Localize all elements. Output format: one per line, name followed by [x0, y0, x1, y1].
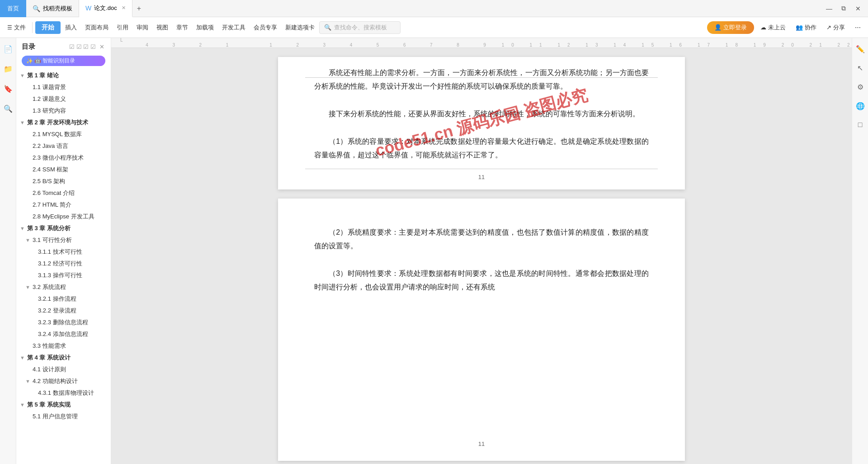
toc-item-28[interactable]: ▼第 5 章 系统实现 [16, 399, 111, 411]
nav-folder-btn[interactable]: 📁 [2, 62, 14, 75]
register-btn[interactable]: 👤 立即登录 [707, 21, 754, 34]
more-btn[interactable]: ⋯ [851, 22, 864, 33]
cloud-btn[interactable]: ☁ 未上云 [757, 22, 789, 33]
search-icon: 🔍 [324, 24, 331, 31]
toc-item-25[interactable]: 4.1 设计原则 [16, 364, 111, 375]
win-close-btn[interactable]: ✕ [852, 2, 864, 15]
start-menu-btn[interactable]: 开始 [35, 21, 61, 34]
start-btn-label: 开始 [42, 24, 54, 32]
right-cursor-btn[interactable]: ↖ [854, 62, 867, 74]
toc-item-23[interactable]: 3.3 性能需求 [16, 340, 111, 352]
tab-doc[interactable]: W 论文.doc ✕ [79, 0, 132, 17]
toc-toggle-19 [31, 296, 36, 302]
para-3: （1）系统的容量要求：对本系统完成数据处理的容量最大化进行确定。也就是确定系统处… [314, 135, 649, 162]
search-bar[interactable]: 🔍 查找命令、搜索模板 [319, 21, 401, 34]
toc-item-5[interactable]: 2.1 MYSQL 数据库 [16, 128, 111, 140]
toc-toggle-22 [31, 331, 36, 337]
para-1: 系统还有性能上的需求分析。一方面，一方面来分析系统性，一方面又分析系统功能；另一… [314, 66, 649, 94]
toc-item-1[interactable]: 1.1 课题背景 [16, 81, 111, 93]
win-restore-btn[interactable]: ⧉ [837, 2, 850, 15]
toc-toggle-15 [31, 249, 36, 255]
para-2: 接下来分析系统的性能，还要从界面友好性，系统的时间特性，系统的可靠性等方面来分析… [314, 107, 649, 121]
developer-btn-label: 开发工具 [222, 24, 245, 32]
reference-menu-btn[interactable]: 引用 [113, 22, 132, 33]
toc-toggle-18[interactable]: ▼ [25, 284, 31, 290]
toc-item-11[interactable]: 2.7 HTML 简介 [16, 199, 111, 211]
toc-item-9[interactable]: 2.5 B/S 架构 [16, 175, 111, 187]
win-min-btn[interactable]: — [823, 2, 835, 15]
toc-item-13[interactable]: ▼第 3 章 系统分析 [16, 223, 111, 234]
sidebar-close-btn[interactable]: ✕ [99, 43, 105, 51]
chapter-menu-btn[interactable]: 章节 [173, 22, 192, 33]
toc-item-22[interactable]: 3.2.4 添加信息流程 [16, 328, 111, 340]
toc-item-17[interactable]: 3.1.3 操作可行性 [16, 270, 111, 281]
nav-search-btn[interactable]: 🔍 [2, 102, 14, 115]
toc-toggle-0[interactable]: ▼ [20, 73, 25, 78]
right-edit-btn[interactable]: ✏️ [854, 43, 867, 55]
right-box-btn[interactable]: □ [854, 118, 867, 131]
right-globe-btn[interactable]: 🌐 [854, 99, 867, 112]
nav-doc-btn[interactable]: 📄 [2, 43, 14, 55]
toc-item-8[interactable]: 2.4 SSM 框架 [16, 164, 111, 175]
toc-item-26[interactable]: ▼4.2 功能结构设计 [16, 375, 111, 387]
toc-item-16[interactable]: 3.1.2 经济可行性 [16, 258, 111, 270]
toc-item-10[interactable]: 2.6 Tomcat 介绍 [16, 187, 111, 199]
ruler-numbers: L 4 3 2 1 1 2 3 4 5 6 7 8 9 10 11 12 13 … [120, 38, 852, 47]
toc-item-24[interactable]: ▼第 4 章 系统设计 [16, 352, 111, 364]
add-module-menu-btn[interactable]: 加载项 [193, 22, 217, 33]
sidebar-toc-panel[interactable]: ▼第 1 章 绪论1.1 课题背景1.2 课题意义1.3 研究内容▼第 2 章 … [16, 70, 111, 464]
toolbar-right: 👤 立即登录 ☁ 未上云 👥 协作 ↗ 分享 ⋯ [707, 21, 864, 34]
toc-item-18[interactable]: ▼3.2 系统流程 [16, 281, 111, 293]
add-tab-btn[interactable]: + [132, 0, 146, 17]
share-btn[interactable]: ↗ 分享 [823, 22, 849, 33]
toc-item-6[interactable]: 2.2 Java 语言 [16, 140, 111, 152]
nav-bookmark-btn[interactable]: 🔖 [2, 82, 14, 95]
page-layout-menu-btn[interactable]: 页面布局 [81, 22, 112, 33]
member-special-menu-btn[interactable]: 会员专享 [250, 22, 281, 33]
toc-item-20[interactable]: 3.2.2 登录流程 [16, 305, 111, 317]
ai-btn-container: ✨ 🤖 智能识别目录 [16, 54, 111, 70]
tab-close-btn[interactable]: ✕ [122, 5, 126, 11]
insert-menu-btn[interactable]: 插入 [61, 22, 80, 33]
toc-item-2[interactable]: 1.2 课题意义 [16, 93, 111, 105]
view-menu-btn[interactable]: 视图 [153, 22, 172, 33]
toc-item-3[interactable]: 1.3 研究内容 [16, 105, 111, 117]
new-tab-menu-btn[interactable]: 新建选项卡 [282, 22, 318, 33]
toc-toggle-16 [31, 261, 36, 266]
toc-item-0[interactable]: ▼第 1 章 绪论 [16, 70, 111, 81]
toc-item-12[interactable]: 2.8 MyEclipse 开发工具 [16, 211, 111, 223]
toc-item-21[interactable]: 3.2.3 删除信息流程 [16, 317, 111, 328]
toc-item-29[interactable]: 5.1 用户信息管理 [16, 411, 111, 422]
toc-toggle-24[interactable]: ▼ [20, 355, 25, 360]
add-tab-icon: + [137, 5, 141, 13]
view-btn-label: 视图 [156, 24, 168, 32]
tab-home[interactable]: 首页 [0, 0, 26, 17]
toc-item-4[interactable]: ▼第 2 章 开发环境与技术 [16, 117, 111, 128]
toc-item-27[interactable]: 4.3.1 数据库物理设计 [16, 387, 111, 399]
toc-item-7[interactable]: 2.3 微信小程序技术 [16, 152, 111, 164]
toc-toggle-28[interactable]: ▼ [20, 402, 25, 407]
page-border-top [305, 77, 658, 78]
file-menu-btn[interactable]: ☰ 文件 [4, 22, 29, 33]
toc-item-15[interactable]: 3.1.1 技术可行性 [16, 246, 111, 258]
tab-daoke[interactable]: 🔍 找稻壳模板 [26, 0, 79, 17]
toc-toggle-26[interactable]: ▼ [25, 379, 31, 384]
nav-doc-icon: 📄 [4, 45, 13, 53]
ai-icon: ✨ [26, 58, 33, 64]
toc-toggle-14[interactable]: ▼ [25, 237, 31, 243]
right-settings-btn[interactable]: ⚙ [854, 80, 867, 93]
developer-menu-btn[interactable]: 开发工具 [218, 22, 249, 33]
sidebar-toc: 目录 ☑ ☑ ☑ ☑ ✕ ✨ 🤖 智能识别目录 ▼第 1 章 绪论1.1 课题背… [16, 38, 111, 464]
share-btn-label: 分享 [833, 24, 845, 32]
ai-identify-btn[interactable]: ✨ 🤖 智能识别目录 [22, 56, 105, 66]
share-icon: ↗ [826, 24, 831, 31]
toc-item-14[interactable]: ▼3.1 可行性分析 [16, 234, 111, 246]
toc-toggle-13[interactable]: ▼ [20, 226, 25, 231]
toc-toggle-4[interactable]: ▼ [20, 120, 25, 125]
collab-btn[interactable]: 👥 协作 [792, 22, 820, 33]
page-main: （2）系统精度要求：主要是对本系统需要达到的精度值，也包括了数值计算的精度值，数… [278, 199, 685, 461]
doc-area[interactable]: 系统还有性能上的需求分析。一方面，一方面来分析系统性，一方面又分析系统功能；另一… [111, 48, 852, 464]
collab-btn-label: 协作 [805, 24, 816, 32]
toc-item-19[interactable]: 3.2.1 操作流程 [16, 293, 111, 305]
review-menu-btn[interactable]: 审阅 [133, 22, 152, 33]
